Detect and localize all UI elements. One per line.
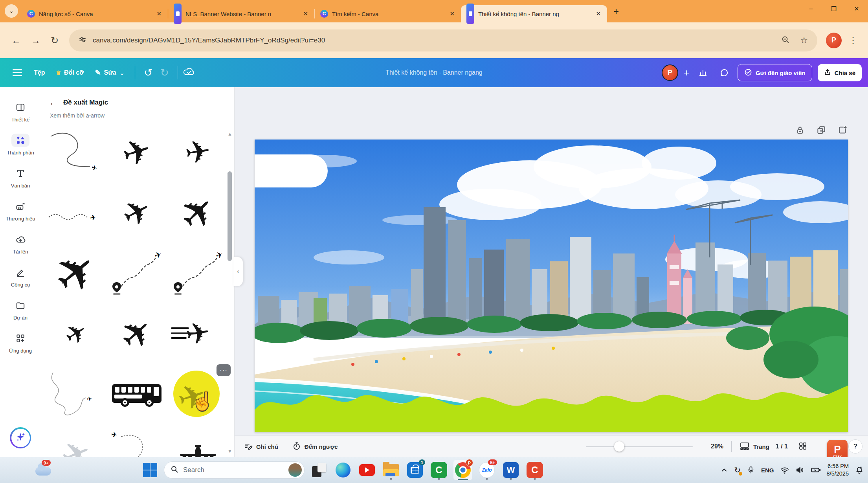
taskbar-app-edge[interactable] (334, 460, 352, 480)
panel-asset-airplane-silhouette[interactable]: ✈ (108, 123, 165, 181)
url-text[interactable]: canva.com/design/DAGvM1D_15Y/EamsGJabRMT… (93, 37, 771, 44)
design-canvas[interactable] (255, 140, 848, 432)
comment-icon[interactable] (716, 65, 732, 81)
zoom-slider-thumb[interactable] (614, 441, 624, 452)
panel-asset-airplane-yellow-sticker[interactable]: ✈···☝ (169, 365, 228, 423)
insights-icon[interactable] (695, 65, 711, 81)
scroll-down-icon[interactable]: ▼ (228, 448, 232, 454)
address-bar[interactable]: canva.com/design/DAGvM1D_15Y/EamsGJabRMT… (69, 29, 817, 51)
panel-asset-airplane-top-view[interactable]: ✈ (169, 184, 228, 241)
canva-avatar[interactable]: P (662, 64, 678, 81)
back-icon[interactable]: ← (11, 35, 21, 46)
taskbar-app-taskview[interactable] (310, 460, 328, 480)
edit-menu[interactable]: ✎ Sửa ⌄ (95, 68, 125, 77)
help-button[interactable]: ? (848, 439, 862, 454)
cloud-saved-icon[interactable] (183, 67, 195, 78)
page-label[interactable]: Trang (753, 443, 769, 450)
redo-button[interactable]: ↻ (160, 67, 169, 79)
tab-close-icon[interactable]: ✕ (155, 10, 163, 17)
zoom-level[interactable]: 29% (702, 443, 723, 450)
browser-menu-icon[interactable]: ⋮ (849, 35, 858, 46)
panel-asset-airplane-silhouette[interactable]: ✈ (169, 123, 228, 181)
panel-asset-airplane-front-view[interactable] (169, 426, 228, 457)
site-settings-icon[interactable] (79, 36, 86, 45)
tab-close-icon[interactable]: ✕ (594, 10, 602, 17)
notes-button[interactable]: Ghi chú (244, 442, 278, 452)
start-button[interactable] (141, 461, 159, 479)
taskbar-app-explorer[interactable] (382, 460, 400, 480)
new-tab-button[interactable]: + (613, 6, 619, 17)
panel-asset-airplane-silhouette[interactable]: ✈ (48, 305, 105, 362)
panel-asset-bus-silhouette[interactable] (108, 365, 165, 423)
panel-asset-plane-path-dotted[interactable]: ✈ (48, 184, 105, 241)
lock-icon[interactable] (795, 125, 805, 137)
taskbar-app-store[interactable]: 1 (406, 460, 424, 480)
add-page-icon[interactable] (837, 125, 848, 137)
bell-icon[interactable] (855, 465, 864, 475)
taskbar-app-zalo[interactable]: Zalo5+ (477, 460, 496, 480)
taskbar-app-word[interactable]: W (501, 460, 520, 480)
browser-tab[interactable]: CNăng lực số - Canva✕ (22, 5, 168, 22)
panel-asset-airplane-silhouette-large[interactable]: ✈ (48, 244, 105, 302)
scrollbar-thumb[interactable] (228, 171, 232, 261)
main-menu-icon[interactable] (13, 69, 22, 76)
taskbar-app-youtube[interactable] (358, 460, 376, 480)
panel-asset-plane-path-dotted-down[interactable]: ✈ (108, 426, 165, 457)
browser-tab[interactable]: NLS_Banner Website - Banner n✕ (168, 5, 314, 22)
sidebar-item-projects[interactable]: Dự án (0, 293, 41, 326)
zoom-out-icon[interactable] (781, 35, 790, 46)
sidebar-item-elements[interactable]: Thành phần (0, 128, 41, 161)
sidebar-item-tools[interactable]: Công cụ (0, 260, 41, 293)
weather-widget[interactable]: 9+ (35, 461, 55, 479)
language-indicator[interactable]: ENG (761, 467, 774, 474)
clock[interactable]: 6:56 PM 8/5/2025 (827, 463, 849, 477)
document-title[interactable]: Thiết kế không tên - Banner ngang (385, 69, 482, 76)
panel-asset-plane-route-with-pin[interactable]: ✈ (108, 244, 165, 302)
panel-back-button[interactable]: ← (49, 97, 58, 108)
panel-asset-airplane-speed-lines[interactable]: ✈ (169, 305, 228, 362)
panel-asset-airplane-silhouette[interactable]: ✈ (108, 184, 165, 241)
file-menu[interactable]: Tệp (34, 69, 45, 76)
resize-menu[interactable]: ♛ Đổi cỡ (56, 69, 84, 76)
share-button[interactable]: Chia sẻ (818, 64, 862, 81)
panel-scrollbar[interactable]: ▲ ▼ (227, 131, 233, 454)
tab-search-icon[interactable]: ⌄ (5, 4, 18, 18)
magic-assistant-button[interactable] (10, 427, 31, 448)
panel-asset-airplane-photo[interactable]: ✈ (48, 426, 105, 457)
battery-icon[interactable] (811, 466, 821, 474)
restore-button[interactable]: ❐ (822, 0, 845, 17)
countdown-button[interactable]: Đếm ngược (292, 442, 338, 452)
taskbar-app-camtasia-red[interactable]: C (525, 460, 544, 480)
panel-asset-plane-route-with-pin[interactable]: ✈ (169, 244, 228, 302)
zoom-slider[interactable] (586, 441, 693, 452)
panel-asset-airplane-top-view[interactable]: ✈ (108, 305, 165, 362)
taskbar-app-chrome[interactable]: P (453, 460, 472, 480)
undo-button[interactable]: ↺ (144, 67, 152, 79)
sidebar-item-text[interactable]: Văn bản (0, 161, 41, 194)
forward-icon[interactable]: → (31, 35, 40, 46)
bookmark-star-icon[interactable]: ☆ (800, 35, 808, 46)
add-member-button[interactable]: + (684, 67, 690, 79)
collapse-panel-icon[interactable]: ‹ (233, 257, 243, 286)
sidebar-item-brand[interactable]: coThương hiệu (0, 194, 41, 227)
browser-tab[interactable]: Thiết kế không tên - Banner ng✕ (461, 5, 607, 22)
taskbar-app-camtasia-green[interactable]: C (429, 460, 448, 480)
scroll-up-icon[interactable]: ▲ (228, 131, 232, 137)
chevron-up-icon[interactable] (720, 466, 728, 474)
grid-view-icon[interactable] (798, 441, 807, 452)
volume-icon[interactable] (795, 466, 805, 474)
sync-icon[interactable]: ↻ (734, 465, 741, 475)
taskbar-search[interactable]: Search (164, 461, 305, 479)
sidebar-item-upload[interactable]: Tải lên (0, 227, 41, 260)
wifi-icon[interactable] (780, 466, 789, 474)
close-button[interactable]: ✕ (845, 0, 868, 17)
browser-tab[interactable]: CTìm kiếm - Canva✕ (315, 5, 461, 22)
sidebar-item-design[interactable]: Thiết kế (0, 95, 41, 128)
panel-asset-plane-path-curved[interactable]: ✈ (48, 123, 105, 181)
reload-icon[interactable]: ↻ (51, 35, 59, 46)
sidebar-item-apps[interactable]: Ứng dụng (0, 326, 41, 359)
tab-close-icon[interactable]: ✕ (448, 10, 456, 17)
send-to-teacher-button[interactable]: Gửi đến giáo viên (738, 64, 812, 81)
minimize-button[interactable]: – (800, 0, 822, 17)
microphone-icon[interactable] (747, 466, 755, 474)
